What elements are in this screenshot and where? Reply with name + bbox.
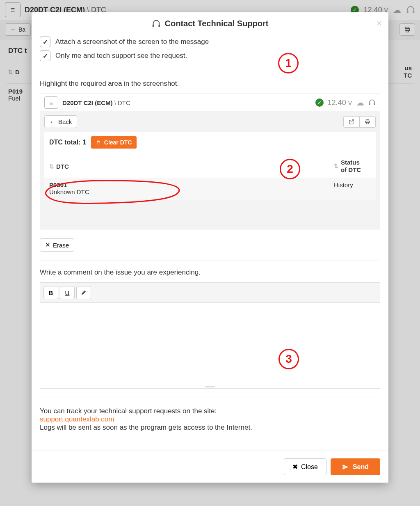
dtc-status: History [334, 181, 371, 195]
modal-title: Contact Technical Support [165, 19, 269, 28]
footer-text: You can track your technical support req… [40, 407, 380, 432]
check-icon: ✓ [315, 98, 324, 107]
svg-rect-8 [374, 103, 375, 105]
separator [40, 72, 380, 72]
menu-button: ≡ [44, 96, 58, 109]
close-icon: ✖ [292, 463, 298, 471]
option-screenshot[interactable]: ✓ Attach a screenshot of the screen to t… [40, 35, 380, 49]
separator [40, 261, 380, 261]
headset-icon [152, 19, 161, 28]
option-label: Only me and tech support see the request… [55, 52, 187, 60]
export-button [343, 116, 360, 128]
sort-icon: ⇅ [334, 163, 338, 169]
send-button[interactable]: Send [331, 458, 380, 475]
screenshot-preview[interactable]: ≡ D20DT C2I (ECM) \ DTC ✓ 12.40 V ☁ ← Ba… [40, 94, 380, 229]
editor-toolbar: B U [40, 283, 380, 303]
dtc-code: P0301 [49, 181, 334, 188]
modal-header: Contact Technical Support × [32, 12, 388, 35]
sort-icon: ⇅ [49, 163, 54, 169]
erase-button[interactable]: ✕ Erase [40, 238, 74, 252]
close-icon: ✕ [45, 241, 50, 249]
table-row: P0301 Unknown DTC History [44, 178, 376, 200]
erase-label: Erase [53, 242, 69, 249]
shot-topbar: ≡ D20DT C2I (ECM) \ DTC ✓ 12.40 V ☁ [40, 94, 380, 111]
clear-dtc-button: Clear DTC [91, 136, 137, 149]
headset-icon [368, 99, 376, 106]
close-button[interactable]: ✖ Close [284, 458, 326, 475]
resize-handle[interactable] [40, 385, 380, 388]
modal-footer: ✖ Close Send [32, 451, 388, 483]
shot-toolbar: ← Back [40, 111, 380, 132]
support-modal: Contact Technical Support × ✓ Attach a s… [32, 12, 388, 483]
checkbox-checked-icon[interactable]: ✓ [40, 50, 50, 61]
cloud-upload-icon: ☁ [356, 98, 364, 108]
send-icon [342, 464, 349, 470]
checkbox-checked-icon[interactable]: ✓ [40, 37, 50, 47]
back-button: ← Back [44, 115, 77, 128]
support-link[interactable]: support.quantexlab.com [40, 415, 114, 423]
dtc-total: DTC total: 1 [49, 139, 86, 146]
underline-button[interactable]: U [60, 286, 75, 299]
svg-rect-6 [158, 24, 160, 27]
comment-editor: B U [40, 282, 380, 389]
comment-label: Write a comment on the issue you are exp… [40, 268, 380, 277]
separator [40, 398, 380, 398]
voltage: 12.40 V [328, 98, 352, 107]
svg-rect-5 [152, 24, 154, 27]
bold-button[interactable]: B [43, 286, 58, 299]
svg-rect-7 [369, 103, 370, 105]
shot-breadcrumb: D20DT C2I (ECM) \ DTC [62, 99, 130, 106]
annotation-marker-2: 2 [280, 159, 300, 179]
comment-textarea[interactable] [40, 303, 380, 385]
annotation-marker-3: 3 [278, 349, 299, 369]
option-private[interactable]: ✓ Only me and tech support see the reque… [40, 49, 380, 63]
col-dtc: DTC [56, 163, 69, 170]
col-status: Statusof DTC [341, 159, 361, 174]
shot-card: DTC total: 1 Clear DTC ⇅DTC ⇅Statusof DT… [44, 132, 376, 200]
option-label: Attach a screenshot of the screen to the… [55, 38, 209, 46]
highlight-label: Highlight the required area in the scree… [40, 80, 380, 88]
dtc-desc: Unknown DTC [49, 188, 334, 195]
eraser-button[interactable] [76, 286, 91, 299]
close-icon[interactable]: × [377, 18, 382, 29]
annotation-marker-1: 1 [278, 53, 299, 73]
print-button [360, 116, 376, 128]
